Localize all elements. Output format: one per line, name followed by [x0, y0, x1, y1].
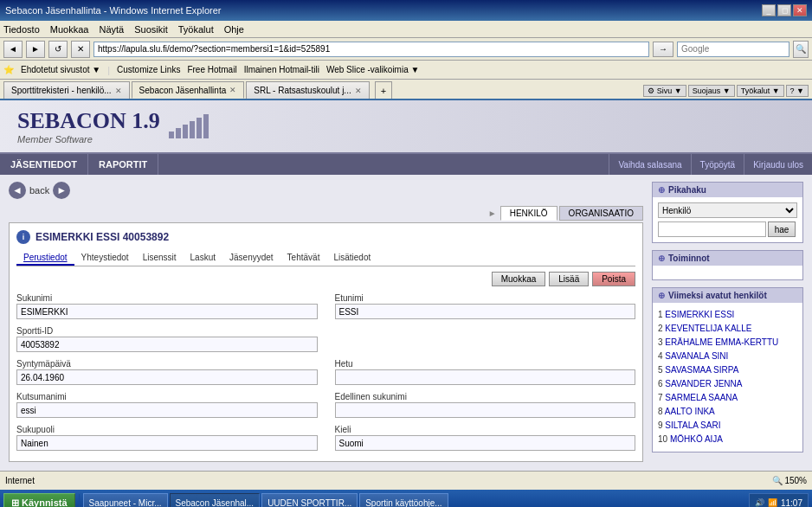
- tab-sebacon[interactable]: Sebacon Jäsenhallinta ✕: [132, 81, 245, 99]
- help-btn[interactable]: ? ▼: [786, 85, 809, 97]
- kieli-input[interactable]: [335, 435, 636, 451]
- fav-hotmail[interactable]: Free Hotmail: [187, 65, 236, 74]
- kieli-label: Kieli: [335, 425, 636, 434]
- pikahaku-select[interactable]: Henkilö: [658, 202, 797, 218]
- tools-btn[interactable]: Työkalut ▼: [737, 85, 784, 97]
- etunimi-input[interactable]: [335, 304, 636, 319]
- logo-bar-5: [197, 118, 202, 138]
- sub-tab-lisenssit[interactable]: Lisenssit: [136, 251, 184, 266]
- nav-tyopoyta[interactable]: Työpöytä: [691, 154, 744, 175]
- forward-button[interactable]: ►: [26, 41, 45, 58]
- close-button[interactable]: ✕: [793, 4, 807, 16]
- recent-item-5[interactable]: 5 SAVASMAA SIRPA: [658, 363, 797, 377]
- tab-right-controls[interactable]: ⚙ Sivu ▼: [643, 85, 686, 97]
- sukupuoli-input[interactable]: [16, 435, 318, 451]
- security-btn[interactable]: Suojaus ▼: [688, 85, 735, 97]
- menu-suosikit[interactable]: Suosikit: [134, 24, 168, 35]
- nav-kirjaudu-ulos[interactable]: Kirjaudu ulos: [744, 154, 812, 175]
- recent-item-7[interactable]: 7 SARMELA SAANA: [658, 391, 797, 405]
- search-go-button[interactable]: 🔍: [793, 41, 809, 58]
- form-sukupuoli: Sukupuoli: [16, 425, 318, 451]
- taskbar-item-1[interactable]: Saapuneet - Micr...: [83, 493, 168, 507]
- sub-tab-yhteystiedot[interactable]: Yhteystiedot: [74, 251, 136, 266]
- tab-sebacon-close[interactable]: ✕: [229, 86, 236, 94]
- minimize-button[interactable]: _: [762, 4, 776, 16]
- pikahaku-input[interactable]: [658, 221, 766, 237]
- left-panel: ◄ back ► ► HENKILÖ ORGANISAATIO i ESIMER…: [9, 182, 643, 464]
- fav-webslice[interactable]: Web Slice -valikoimia ▼: [326, 65, 420, 74]
- add-button[interactable]: Lisää: [549, 272, 589, 286]
- go-button[interactable]: →: [653, 42, 673, 57]
- edellinen-sukunimi-input[interactable]: [335, 402, 636, 418]
- taskbar-divider: [79, 494, 80, 507]
- sportti-id-input[interactable]: [16, 337, 318, 352]
- tab-srl-close[interactable]: ✕: [355, 87, 362, 95]
- tab-organisaatio[interactable]: ORGANISAATIO: [559, 206, 643, 221]
- recent-item-10[interactable]: 10 MÖHKÖ AIJA: [658, 433, 797, 446]
- recent-item-8[interactable]: 8 AALTO INKA: [658, 405, 797, 419]
- new-tab-button[interactable]: +: [375, 81, 392, 99]
- recent-item-1[interactable]: 1 ESIMERKKI ESSI: [658, 308, 797, 322]
- logo-bar-3: [183, 125, 188, 138]
- clock: 11:07: [781, 498, 802, 508]
- stop-button[interactable]: ✕: [71, 41, 90, 58]
- restore-button[interactable]: ◻: [777, 4, 791, 16]
- start-button[interactable]: ⊞ Käynnistä: [3, 493, 75, 507]
- browser-titlebar: Sebacon Jäsenhallinta - Windows Internet…: [0, 0, 812, 21]
- form-edellinen-sukunimi: Edellinen sukunimi: [335, 392, 636, 418]
- sukunimi-input[interactable]: [16, 304, 318, 319]
- logo-decoration: [169, 114, 209, 138]
- tab-henkilo[interactable]: HENKILÖ: [500, 206, 557, 221]
- tab-srl[interactable]: SRL - Ratsastuskoulut j... ✕: [246, 81, 369, 99]
- form-empty-1: [335, 326, 636, 352]
- sub-tab-laskut[interactable]: Laskut: [184, 251, 222, 266]
- tab-sportti-close[interactable]: ✕: [115, 87, 122, 95]
- form-grid: Sukunimi Etunimi Sportti-ID Syntymäpäivä: [16, 293, 635, 454]
- menu-nayta[interactable]: Näytä: [99, 24, 124, 35]
- syntymäpaiva-input[interactable]: [16, 369, 318, 385]
- delete-button[interactable]: Poista: [592, 272, 635, 286]
- recent-item-3[interactable]: 3 ERÄHALME EMMA-KERTTU: [658, 336, 797, 350]
- taskbar-item-4[interactable]: Sportin käyttöohje...: [359, 493, 448, 507]
- recently-opened-content: 1 ESIMERKKI ESSI 2 KEVENTELIJA KALLE 3 E…: [653, 303, 802, 452]
- sub-tab-perustiedot[interactable]: Perustiedot: [16, 251, 74, 266]
- recent-item-2[interactable]: 2 KEVENTELIJA KALLE: [658, 322, 797, 336]
- search-box[interactable]: [677, 42, 789, 57]
- menu-tiedosto[interactable]: Tiedosto: [3, 24, 40, 35]
- edit-button[interactable]: Muokkaa: [492, 272, 546, 286]
- address-bar[interactable]: [93, 42, 649, 57]
- menu-muokkaa[interactable]: Muokkaa: [50, 24, 89, 35]
- refresh-button[interactable]: ↺: [48, 41, 68, 58]
- taskbar-items: Saapuneet - Micr... Sebacon Jäsenhal... …: [83, 493, 745, 507]
- sub-tab-jasenyydet[interactable]: Jäsenyydet: [222, 251, 280, 266]
- recent-item-6[interactable]: 6 SAVANDER JENNA: [658, 377, 797, 391]
- recent-item-4[interactable]: 4 SAVANALA SINI: [658, 350, 797, 363]
- pikahaku-search-btn[interactable]: hae: [768, 221, 796, 237]
- back-button[interactable]: ◄: [3, 41, 23, 58]
- menu-tyokalut[interactable]: Työkalut: [178, 24, 214, 35]
- nav-back-arrow[interactable]: ◄: [9, 182, 26, 199]
- fav-hotmail-free[interactable]: Ilmainen Hotmail-tili: [244, 65, 319, 74]
- hetu-input[interactable]: [335, 369, 636, 385]
- recently-opened-header: ⊕ Viimeksi avatut henkilöt: [653, 288, 802, 303]
- form-kieli: Kieli: [335, 425, 636, 451]
- sub-tab-tehtavat[interactable]: Tehtävät: [280, 251, 327, 266]
- taskbar-item-3[interactable]: UUDEN SPORTTIR...: [261, 493, 358, 507]
- hetu-label: Hetu: [335, 359, 636, 369]
- fav-customize[interactable]: Customize Links: [117, 65, 180, 74]
- recent-item-9[interactable]: 9 SILTALA SARI: [658, 419, 797, 433]
- nav-raportit[interactable]: RAPORTIT: [88, 154, 158, 175]
- browser-title: Sebacon Jäsenhallinta - Windows Internet…: [5, 5, 221, 16]
- taskbar-item-2[interactable]: Sebacon Jäsenhal...: [170, 493, 261, 507]
- logo-bar-2: [176, 128, 181, 138]
- recently-opened-box: ⊕ Viimeksi avatut henkilöt 1 ESIMERKKI E…: [652, 287, 803, 452]
- tab-sportti[interactable]: Sporttitrekisteri - henkilö... ✕: [3, 81, 130, 99]
- sub-tab-lisatiedot[interactable]: Lisätiedot: [326, 251, 377, 266]
- back-navigation: ◄ back ►: [9, 182, 643, 199]
- nav-vaihda-salasana[interactable]: Vaihda salasana: [609, 154, 690, 175]
- fav-suggested[interactable]: Ehdotetut sivustot ▼: [21, 65, 100, 74]
- kutsumanimi-input[interactable]: [16, 402, 318, 418]
- nav-forward-arrow[interactable]: ►: [53, 182, 70, 199]
- nav-jasentieto[interactable]: JÄSENTIEDOT: [0, 154, 88, 175]
- menu-ohje[interactable]: Ohje: [224, 24, 244, 35]
